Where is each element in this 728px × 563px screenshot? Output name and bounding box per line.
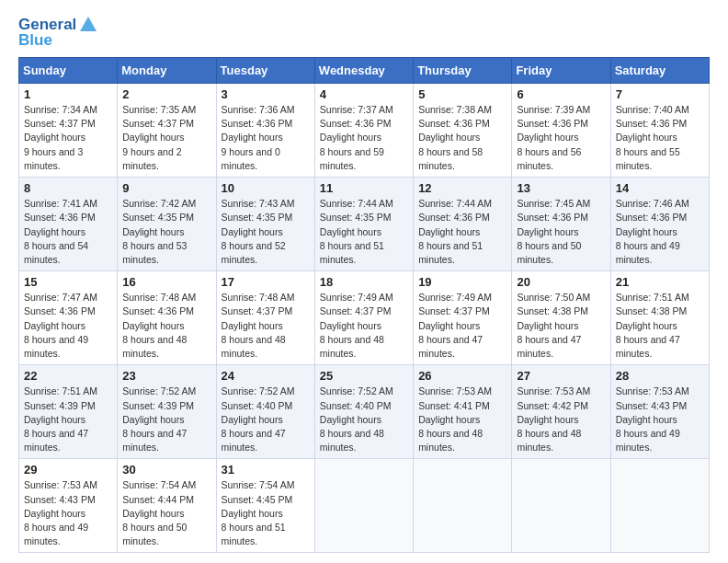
- calendar-week-row: 1 Sunrise: 7:34 AM Sunset: 4:37 PM Dayli…: [19, 84, 710, 178]
- calendar-day-cell: 14 Sunrise: 7:46 AM Sunset: 4:36 PM Dayl…: [610, 178, 709, 271]
- day-info: Sunrise: 7:52 AM Sunset: 4:39 PM Dayligh…: [122, 385, 210, 454]
- calendar-day-cell: [314, 459, 413, 553]
- day-number: 9: [122, 181, 210, 195]
- day-number: 13: [517, 181, 605, 195]
- calendar-day-cell: 26 Sunrise: 7:53 AM Sunset: 4:41 PM Dayl…: [414, 365, 512, 459]
- day-number: 4: [320, 87, 408, 101]
- day-info: Sunrise: 7:53 AM Sunset: 4:43 PM Dayligh…: [616, 385, 704, 454]
- day-number: 28: [616, 369, 704, 383]
- day-info: Sunrise: 7:43 AM Sunset: 4:35 PM Dayligh…: [222, 197, 310, 267]
- day-number: 17: [222, 275, 310, 289]
- day-number: 6: [517, 87, 605, 101]
- day-info: Sunrise: 7:54 AM Sunset: 4:44 PM Dayligh…: [122, 478, 210, 548]
- day-info: Sunrise: 7:44 AM Sunset: 4:35 PM Dayligh…: [320, 197, 408, 267]
- calendar-day-cell: [610, 459, 709, 553]
- day-info: Sunrise: 7:46 AM Sunset: 4:36 PM Dayligh…: [616, 197, 704, 267]
- calendar-day-cell: 1 Sunrise: 7:34 AM Sunset: 4:37 PM Dayli…: [19, 84, 118, 178]
- calendar-day-cell: 2 Sunrise: 7:35 AM Sunset: 4:37 PM Dayli…: [118, 84, 216, 178]
- calendar-week-row: 8 Sunrise: 7:41 AM Sunset: 4:36 PM Dayli…: [19, 178, 710, 271]
- day-info: Sunrise: 7:53 AM Sunset: 4:42 PM Dayligh…: [517, 385, 605, 454]
- calendar-day-cell: 7 Sunrise: 7:40 AM Sunset: 4:36 PM Dayli…: [610, 84, 709, 178]
- day-number: 20: [517, 275, 605, 289]
- day-info: Sunrise: 7:39 AM Sunset: 4:36 PM Dayligh…: [517, 103, 605, 173]
- day-info: Sunrise: 7:53 AM Sunset: 4:43 PM Dayligh…: [24, 478, 112, 548]
- day-info: Sunrise: 7:51 AM Sunset: 4:39 PM Dayligh…: [24, 385, 112, 454]
- day-number: 16: [122, 275, 210, 289]
- calendar-header-row: SundayMondayTuesdayWednesdayThursdayFrid…: [19, 58, 710, 84]
- calendar-day-cell: 9 Sunrise: 7:42 AM Sunset: 4:35 PM Dayli…: [118, 178, 216, 271]
- calendar-day-cell: 3 Sunrise: 7:36 AM Sunset: 4:36 PM Dayli…: [216, 84, 314, 178]
- calendar-day-cell: 29 Sunrise: 7:53 AM Sunset: 4:43 PM Dayl…: [19, 459, 118, 553]
- calendar-week-row: 29 Sunrise: 7:53 AM Sunset: 4:43 PM Dayl…: [19, 459, 710, 553]
- calendar-week-row: 22 Sunrise: 7:51 AM Sunset: 4:39 PM Dayl…: [19, 365, 710, 459]
- calendar-day-cell: 17 Sunrise: 7:48 AM Sunset: 4:37 PM Dayl…: [216, 271, 314, 365]
- calendar-day-cell: 8 Sunrise: 7:41 AM Sunset: 4:36 PM Dayli…: [19, 178, 118, 271]
- calendar-day-cell: 16 Sunrise: 7:48 AM Sunset: 4:36 PM Dayl…: [118, 271, 216, 365]
- day-number: 2: [122, 87, 210, 101]
- calendar-day-cell: 21 Sunrise: 7:51 AM Sunset: 4:38 PM Dayl…: [610, 271, 709, 365]
- day-info: Sunrise: 7:53 AM Sunset: 4:41 PM Dayligh…: [418, 385, 506, 454]
- calendar-day-cell: 25 Sunrise: 7:52 AM Sunset: 4:40 PM Dayl…: [314, 365, 413, 459]
- calendar-day-cell: 4 Sunrise: 7:37 AM Sunset: 4:36 PM Dayli…: [314, 84, 413, 178]
- day-number: 14: [616, 181, 704, 195]
- calendar-day-cell: 27 Sunrise: 7:53 AM Sunset: 4:42 PM Dayl…: [512, 365, 610, 459]
- calendar-day-cell: 12 Sunrise: 7:44 AM Sunset: 4:36 PM Dayl…: [414, 178, 512, 271]
- day-info: Sunrise: 7:50 AM Sunset: 4:38 PM Dayligh…: [517, 291, 605, 361]
- weekday-header: Thursday: [414, 58, 512, 84]
- calendar-table: SundayMondayTuesdayWednesdayThursdayFrid…: [18, 57, 710, 553]
- weekday-header: Friday: [512, 58, 610, 84]
- day-info: Sunrise: 7:52 AM Sunset: 4:40 PM Dayligh…: [320, 385, 408, 454]
- calendar-day-cell: 22 Sunrise: 7:51 AM Sunset: 4:39 PM Dayl…: [19, 365, 118, 459]
- day-number: 1: [24, 87, 112, 101]
- calendar-day-cell: 23 Sunrise: 7:52 AM Sunset: 4:39 PM Dayl…: [118, 365, 216, 459]
- day-number: 23: [122, 369, 210, 383]
- day-number: 29: [24, 463, 112, 477]
- day-number: 3: [222, 87, 310, 101]
- day-info: Sunrise: 7:49 AM Sunset: 4:37 PM Dayligh…: [418, 291, 506, 361]
- calendar-day-cell: [512, 459, 610, 553]
- day-info: Sunrise: 7:36 AM Sunset: 4:36 PM Dayligh…: [222, 103, 310, 173]
- svg-marker-0: [80, 17, 97, 31]
- day-info: Sunrise: 7:45 AM Sunset: 4:36 PM Dayligh…: [517, 197, 605, 267]
- calendar-day-cell: 19 Sunrise: 7:49 AM Sunset: 4:37 PM Dayl…: [414, 271, 512, 365]
- day-info: Sunrise: 7:47 AM Sunset: 4:36 PM Dayligh…: [24, 291, 112, 361]
- calendar-day-cell: 28 Sunrise: 7:53 AM Sunset: 4:43 PM Dayl…: [610, 365, 709, 459]
- page-container: General Blue SundayMondayTuesdayWednesda…: [0, 0, 728, 562]
- calendar-day-cell: 5 Sunrise: 7:38 AM Sunset: 4:36 PM Dayli…: [414, 84, 512, 178]
- weekday-header: Saturday: [610, 58, 709, 84]
- day-number: 25: [320, 369, 408, 383]
- day-info: Sunrise: 7:54 AM Sunset: 4:45 PM Dayligh…: [222, 478, 310, 548]
- weekday-header: Tuesday: [216, 58, 314, 84]
- weekday-header: Wednesday: [314, 58, 413, 84]
- calendar-day-cell: 15 Sunrise: 7:47 AM Sunset: 4:36 PM Dayl…: [19, 271, 118, 365]
- calendar-day-cell: 24 Sunrise: 7:52 AM Sunset: 4:40 PM Dayl…: [216, 365, 314, 459]
- day-number: 11: [320, 181, 408, 195]
- day-number: 8: [24, 181, 112, 195]
- logo-blue: Blue: [18, 31, 52, 50]
- logo: General Blue: [18, 15, 98, 50]
- day-number: 27: [517, 369, 605, 383]
- weekday-header: Monday: [118, 58, 216, 84]
- day-info: Sunrise: 7:51 AM Sunset: 4:38 PM Dayligh…: [616, 291, 704, 361]
- day-number: 21: [616, 275, 704, 289]
- calendar-day-cell: 6 Sunrise: 7:39 AM Sunset: 4:36 PM Dayli…: [512, 84, 610, 178]
- day-info: Sunrise: 7:41 AM Sunset: 4:36 PM Dayligh…: [24, 197, 112, 267]
- day-info: Sunrise: 7:48 AM Sunset: 4:37 PM Dayligh…: [222, 291, 310, 361]
- day-info: Sunrise: 7:42 AM Sunset: 4:35 PM Dayligh…: [122, 197, 210, 267]
- header: General Blue: [18, 15, 710, 50]
- day-number: 10: [222, 181, 310, 195]
- calendar-day-cell: 11 Sunrise: 7:44 AM Sunset: 4:35 PM Dayl…: [314, 178, 413, 271]
- calendar-day-cell: 30 Sunrise: 7:54 AM Sunset: 4:44 PM Dayl…: [118, 459, 216, 553]
- day-number: 18: [320, 275, 408, 289]
- day-number: 24: [222, 369, 310, 383]
- calendar-day-cell: 31 Sunrise: 7:54 AM Sunset: 4:45 PM Dayl…: [216, 459, 314, 553]
- calendar-week-row: 15 Sunrise: 7:47 AM Sunset: 4:36 PM Dayl…: [19, 271, 710, 365]
- calendar-day-cell: 20 Sunrise: 7:50 AM Sunset: 4:38 PM Dayl…: [512, 271, 610, 365]
- calendar-day-cell: 13 Sunrise: 7:45 AM Sunset: 4:36 PM Dayl…: [512, 178, 610, 271]
- weekday-header: Sunday: [19, 58, 118, 84]
- day-info: Sunrise: 7:40 AM Sunset: 4:36 PM Dayligh…: [616, 103, 704, 173]
- day-info: Sunrise: 7:48 AM Sunset: 4:36 PM Dayligh…: [122, 291, 210, 361]
- logo-icon: [78, 15, 98, 35]
- calendar-day-cell: 10 Sunrise: 7:43 AM Sunset: 4:35 PM Dayl…: [216, 178, 314, 271]
- day-number: 30: [122, 463, 210, 477]
